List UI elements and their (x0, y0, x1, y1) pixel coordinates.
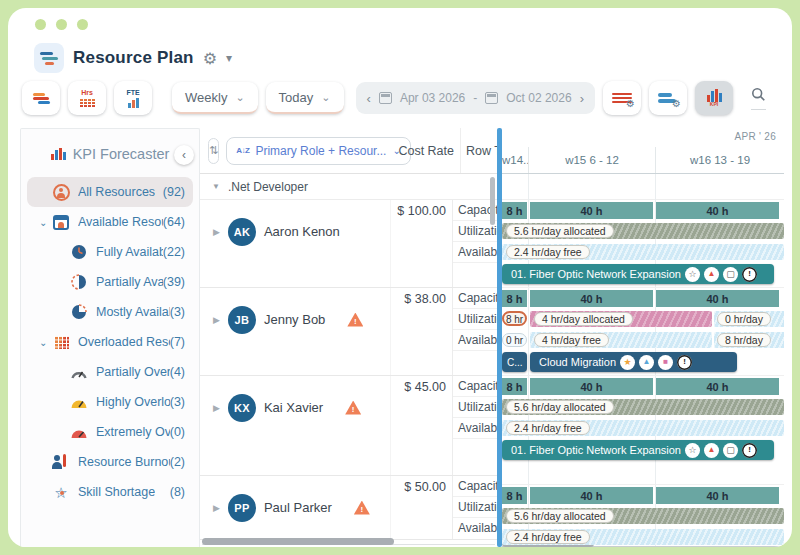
row-settings-button[interactable]: ⚙ (603, 81, 641, 115)
expand-triangle-icon[interactable]: ▶ (213, 403, 220, 413)
column-header-cost-rate[interactable]: Cost Rate (398, 144, 460, 158)
window-dot[interactable] (77, 19, 88, 30)
availability-bar[interactable]: 8 hr/day (714, 332, 784, 348)
capacity-bar[interactable]: 40 h (530, 202, 653, 219)
capacity-bar[interactable]: 8 h (502, 290, 527, 307)
kpi-forecaster-button[interactable]: KPI (695, 81, 733, 115)
week-header[interactable]: w15 6 - 12 (528, 147, 655, 173)
vertical-scrollbar[interactable] (490, 177, 495, 225)
utilization-bar[interactable]: 0 hr/day (714, 311, 784, 327)
gauge-mid-icon (69, 392, 89, 412)
table-row-jenny-bob[interactable]: ▶ JB Jenny Bob ! $ 38.00 Capacity Utiliz… (200, 288, 497, 376)
sidebar-item-partially-overload[interactable]: Partially Overload (4) (27, 357, 193, 387)
chevron-down-icon: ⌄ (235, 91, 244, 104)
availability-bar[interactable]: 4 hr/day free (530, 332, 712, 348)
fte-chart-icon (128, 98, 139, 108)
item-count: (22) (163, 245, 185, 259)
project-bar-cloud-migration[interactable]: Cloud Migration ★ ▲ ■ ! (530, 352, 737, 372)
cost-rate-value: $ 100.00 (390, 200, 452, 287)
gantt-rows-jenny-bob: 8 h 40 h 40 h 8 hr 4 hr/day allocated 0 … (502, 288, 784, 376)
capacity-bar[interactable]: 40 h (656, 290, 779, 307)
date-to-value[interactable]: Oct 02 2026 (506, 91, 571, 105)
expand-chevron-icon[interactable]: ⌄ (39, 337, 51, 348)
resource-name: Aaron Kenon (264, 224, 340, 239)
settings-gear-icon[interactable]: ⚙ (203, 49, 217, 68)
expand-chevron-icon[interactable]: ⌄ (39, 217, 51, 228)
resource-name: Paul Parker (264, 500, 332, 515)
expand-triangle-icon[interactable]: ▶ (213, 503, 220, 513)
window-dot[interactable] (56, 19, 67, 30)
sidebar-item-fully-available[interactable]: Fully Available (22) (27, 237, 193, 267)
date-from-value[interactable]: Apr 03 2026 (400, 91, 465, 105)
sidebar-item-partially-available[interactable]: Partially Available (39) (27, 267, 193, 297)
availability-bar[interactable]: 2.4 hr/day free (502, 420, 784, 436)
sort-button[interactable]: ⇅ (208, 138, 219, 164)
collapse-triangle-icon[interactable]: ▼ (212, 182, 220, 191)
hours-view-button[interactable]: Hrs (68, 81, 106, 115)
gantt-body: 8 h 40 h 40 h 5.6 hr/day allocated 2.4 h… (502, 174, 784, 547)
time-scale-dropdown[interactable]: Weekly ⌄ (172, 82, 258, 114)
table-row-kai-xavier[interactable]: ▶ KX Kai Xavier ! $ 45.00 Capacity Utili… (200, 376, 497, 476)
expand-triangle-icon[interactable]: ▶ (213, 315, 220, 325)
sidebar-collapse-button[interactable]: ‹ (174, 145, 194, 165)
expand-triangle-icon[interactable]: ▶ (213, 227, 220, 237)
bar-settings-button[interactable]: ⚙ (649, 81, 687, 115)
today-dropdown[interactable]: Today ⌄ (266, 82, 344, 114)
capacity-bar[interactable]: 40 h (530, 487, 653, 504)
week-header[interactable]: w16 13 - 19 (655, 147, 784, 173)
table-header: ⇅ A↓Z Primary Role + Resour... ⌄ Cost Ra… (200, 128, 497, 174)
prev-period-button[interactable]: ‹ (367, 91, 371, 106)
gantt-header: APR ' 26 w14... w15 6 - 12 w16 13 - 19 (502, 128, 784, 174)
cost-rate-value: $ 45.00 (390, 376, 452, 475)
resource-plan-icon (34, 43, 64, 73)
sidebar-item-available-resources[interactable]: ⌄ Available Resources (64) (27, 207, 193, 237)
project-bar-fiber-optic[interactable]: 01. Fiber Optic Network Expansion ☆ ▲ ▢ … (502, 264, 774, 284)
hrs-icon-label: Hrs (81, 89, 93, 96)
project-bar-fiber-optic[interactable]: 01. Fiber Optic Network Expansion ☆ ▲ ▢ … (502, 440, 774, 460)
sidebar-item-all-resources[interactable]: All Resources (92) (27, 177, 193, 207)
availability-bar[interactable]: 2.4 hr/day free (502, 244, 784, 260)
sidebar-item-mostly-available[interactable]: Mostly Available (3) (27, 297, 193, 327)
availability-pill[interactable]: 0 hr (502, 333, 527, 347)
fte-view-button[interactable]: FTE (114, 81, 152, 115)
title-bar: Resource Plan ⚙ ▾ (8, 40, 792, 76)
next-period-button[interactable]: › (580, 91, 584, 106)
horizontal-scrollbar[interactable] (202, 538, 394, 545)
search-button[interactable] (751, 87, 766, 110)
capacity-bar[interactable]: 40 h (656, 487, 779, 504)
utilization-bar[interactable]: 5.6 hr/day allocated (502, 223, 784, 239)
sidebar-item-skill-shortage[interactable]: ☆ Skill Shortage (8) (27, 477, 193, 507)
capacity-bar[interactable]: 40 h (530, 378, 653, 395)
sidebar-item-extremely-overload[interactable]: Extremely Overload (0) (27, 417, 193, 447)
sidebar-item-overloaded-resources[interactable]: ⌄ Overloaded Resources (7) (27, 327, 193, 357)
utilization-bar[interactable]: 5.6 hr/day allocated (502, 508, 784, 524)
table-row-paul-parker[interactable]: ▶ PP Paul Parker ! $ 50.00 Capacity Util… (200, 476, 497, 540)
sidebar-item-highly-overload[interactable]: Highly Overload (3) (27, 387, 193, 417)
overload-pill[interactable]: 8 hr (502, 311, 527, 326)
capacity-bar[interactable]: 40 h (656, 202, 779, 219)
column-header-row-type[interactable]: Row Type (460, 128, 497, 173)
window-dot[interactable] (35, 19, 46, 30)
resource-table: ⇅ A↓Z Primary Role + Resour... ⌄ Cost Ra… (200, 128, 497, 547)
title-caret-icon[interactable]: ▾ (226, 51, 232, 65)
capacity-bar[interactable]: 8 h (502, 378, 527, 395)
table-row-aaron-kenon[interactable]: ▶ AK Aaron Kenon $ 100.00 Capacity Utili… (200, 200, 497, 288)
capacity-bar[interactable]: 8 h (502, 202, 527, 219)
group-row-net-developer[interactable]: ▼ .Net Developer (200, 174, 497, 200)
group-by-dropdown[interactable]: A↓Z Primary Role + Resour... ⌄ (226, 137, 411, 165)
availability-bar[interactable]: 2.4 hr/day free (502, 529, 784, 545)
utilization-bar[interactable]: 5.6 hr/day allocated (502, 399, 784, 415)
gantt-view-button[interactable] (22, 81, 60, 115)
group-by-value: Primary Role + Resour... (255, 144, 386, 158)
capacity-bar[interactable]: 40 h (656, 378, 779, 395)
utilization-bar[interactable]: 4 hr/day allocated (530, 311, 712, 327)
week-header[interactable]: w14... (502, 147, 528, 173)
triangle-icon: ▲ (639, 355, 654, 370)
toolbar: Hrs FTE Weekly ⌄ Today ⌄ ‹ Apr 03 2026 -… (8, 76, 792, 120)
sidebar-item-resource-burnout[interactable]: Resource Burnout (2) (27, 447, 193, 477)
row-type-availability: Availability (453, 330, 497, 351)
capacity-bar[interactable]: 8 h (502, 487, 527, 504)
gantt-bars-icon (33, 92, 50, 105)
project-bar-truncated[interactable]: C... (502, 352, 527, 372)
capacity-bar[interactable]: 40 h (530, 290, 653, 307)
